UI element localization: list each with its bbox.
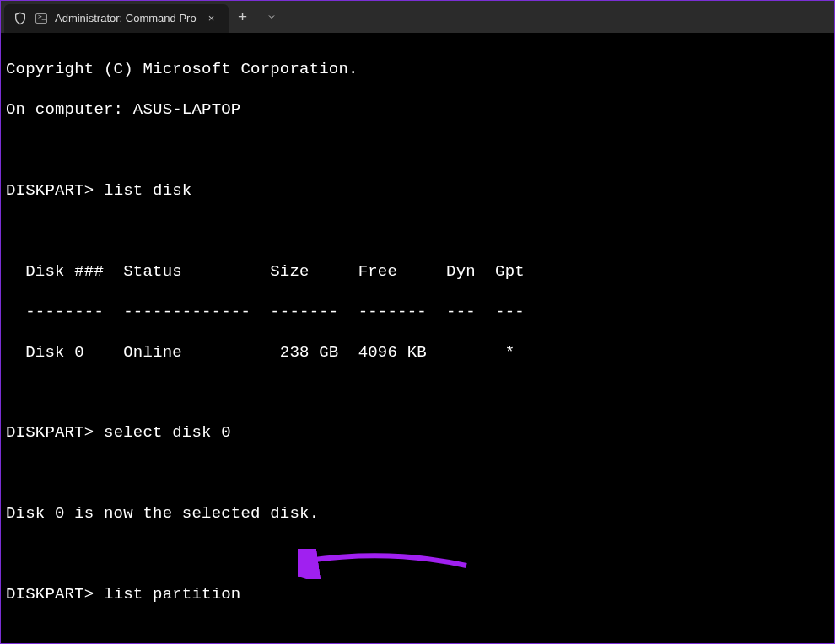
- blank: [6, 464, 829, 484]
- cmd-icon: [35, 12, 48, 25]
- blank: [6, 222, 829, 242]
- tab-title: Administrator: Command Pro: [55, 12, 197, 25]
- cmd-list-disk: list disk: [104, 181, 191, 200]
- tab-dropdown-button[interactable]: [257, 1, 286, 33]
- close-tab-button[interactable]: ×: [203, 10, 220, 27]
- computer-line: On computer: ASUS-LAPTOP: [6, 100, 829, 121]
- cmd-select-disk: select disk 0: [104, 423, 231, 442]
- prompt-line-3: DISKPART> list partition: [6, 585, 829, 605]
- terminal-output[interactable]: Copyright (C) Microsoft Corporation. On …: [1, 33, 834, 644]
- new-tab-button[interactable]: +: [229, 1, 257, 33]
- prompt-line-2: DISKPART> select disk 0: [6, 423, 829, 443]
- shield-icon: [13, 11, 28, 26]
- prompt-line-1: DISKPART> list disk: [6, 181, 829, 201]
- disk-table-header: Disk ### Status Size Free Dyn Gpt: [6, 262, 829, 282]
- copyright-line: Copyright (C) Microsoft Corporation.: [6, 60, 829, 80]
- tab-controls: +: [229, 1, 286, 33]
- blank: [6, 383, 829, 403]
- blank: [6, 625, 829, 644]
- blank: [6, 545, 829, 565]
- select-disk-msg: Disk 0 is now the selected disk.: [6, 504, 829, 524]
- blank: [6, 141, 829, 161]
- table-row: Disk 0 Online 238 GB 4096 KB *: [6, 343, 829, 363]
- cmd-list-partition: list partition: [104, 585, 240, 604]
- titlebar: Administrator: Command Pro × +: [1, 1, 834, 33]
- disk-table-divider: -------- ------------- ------- ------- -…: [6, 303, 829, 323]
- prompt: DISKPART>: [6, 423, 94, 442]
- prompt: DISKPART>: [6, 585, 94, 604]
- prompt: DISKPART>: [6, 181, 94, 200]
- terminal-tab[interactable]: Administrator: Command Pro ×: [4, 4, 229, 33]
